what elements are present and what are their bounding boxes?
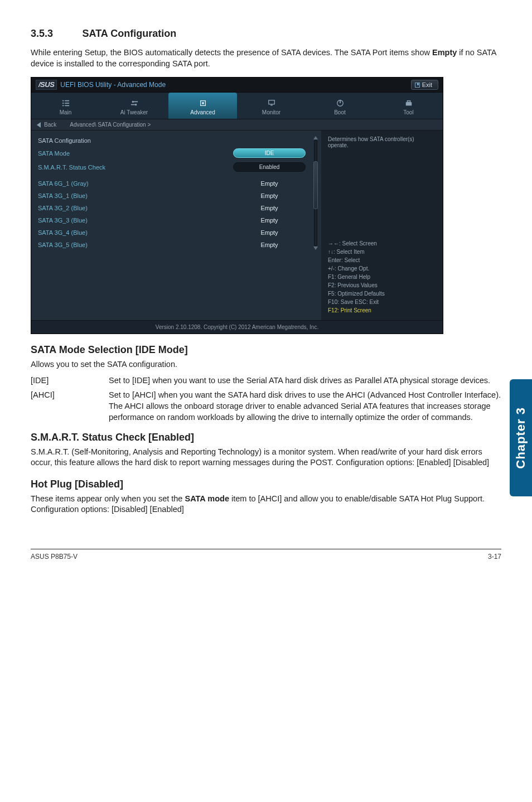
option-row: [AHCI] Set to [AHCI] when you want the S… [31,389,501,423]
tab-label: Monitor [262,109,280,115]
scroll-down-icon[interactable] [313,247,318,250]
smart-desc: S.M.A.R.T. (Self-Monitoring, Analysis an… [31,447,501,468]
tab-advanced[interactable]: Advanced [168,93,237,119]
bios-footer: Version 2.10.1208. Copyright (C) 2012 Am… [31,320,443,334]
port-value: Empty [233,192,306,199]
tab-monitor[interactable]: Monitor [237,93,306,119]
page-footer: ASUS P8B75-V 3-17 [31,549,501,561]
heading-sata-mode: SATA Mode Selection [IDE Mode] [31,344,501,356]
help-key: F5: Optimized Defaults [328,289,436,298]
section-title: SATA Configuration [83,28,177,39]
port-value: Empty [233,205,306,211]
bios-help-panel: Determines how SATA controller(s) operat… [321,131,443,320]
panel-header: SATA Configuration [38,135,306,146]
power-icon [306,99,374,107]
scroll-thumb[interactable] [313,161,318,209]
exit-button[interactable]: Exit [411,80,438,90]
chapter-side-label: Chapter 3 [514,407,528,468]
footer-left: ASUS P8B75-V [31,553,78,561]
help-key: F10: Save ESC: Exit [328,298,436,306]
panel-header-label: SATA Configuration [38,137,91,144]
port-label: SATA 3G_5 (Blue) [38,241,88,248]
chapter-side-tab: Chapter 3 [510,379,532,496]
option-row: [IDE] Set to [IDE] when you want to use … [31,375,501,386]
port-value: Empty [233,217,306,224]
monitor-icon [237,99,306,107]
option-key: [IDE] [31,375,109,386]
svg-rect-12 [268,100,274,104]
smart-label: S.M.A.R.T. Status Check [38,164,105,171]
section-number: 3.5.3 [31,28,53,39]
tab-main[interactable]: Main [31,93,100,119]
tab-label: Main [60,109,72,115]
tab-tool[interactable]: Tool [374,93,443,119]
sata-port-row: SATA 3G_5 (Blue) Empty [38,239,306,251]
hotplug-desc-bold: SATA mode [185,494,229,503]
svg-rect-1 [65,100,69,102]
option-text: Set to [IDE] when you want to use the Se… [109,375,501,386]
svg-rect-4 [62,105,64,107]
tab-boot[interactable]: Boot [306,93,374,119]
tab-label: Ai Tweaker [120,109,148,115]
svg-rect-16 [405,102,412,105]
tab-label: Tool [403,109,413,115]
help-key: →←: Select Screen [328,239,436,248]
sata-mode-options: [IDE] Set to [IDE] when you want to use … [31,375,501,423]
row-sata-mode[interactable]: SATA Mode IDE [38,146,306,160]
sata-port-row: SATA 6G_1 (Gray) Empty [38,177,306,190]
bios-left-panel: SATA Configuration SATA Mode IDE S.M.A.R… [31,131,321,320]
hotplug-desc-pre: These items appear only when you set the [31,494,185,503]
bios-screenshot: /SUS UEFI BIOS Utility - Advanced Mode E… [31,77,443,334]
port-label: SATA 3G_2 (Blue) [38,205,88,211]
svg-rect-5 [65,105,69,107]
svg-point-8 [134,104,137,106]
help-key: F2: Previous Values [328,281,436,289]
sliders-icon [100,99,168,107]
svg-rect-7 [134,102,138,103]
section-heading: 3.5.3 SATA Configuration [31,28,501,40]
footer-right: 3-17 [488,553,501,561]
help-key: F12: Print Screen [328,306,436,315]
port-label: SATA 3G_1 (Blue) [38,192,88,199]
bios-title-text: UEFI BIOS Utility - Advanced Mode [60,81,166,89]
svg-rect-15 [340,100,341,103]
help-key: F1: General Help [328,273,436,281]
port-value: Empty [233,229,306,236]
port-value: Empty [233,241,306,248]
sata-mode-label: SATA Mode [38,150,70,157]
hotplug-desc: These items appear only when you set the… [31,494,501,515]
bios-body: SATA Configuration SATA Mode IDE S.M.A.R… [31,131,443,320]
back-label[interactable]: Back [44,122,56,128]
sata-mode-value[interactable]: IDE [233,148,306,158]
sata-port-row: SATA 3G_1 (Blue) Empty [38,190,306,202]
port-label: SATA 6G_1 (Gray) [38,180,89,187]
bios-tab-bar: Main Ai Tweaker Advanced Monitor Boot To… [31,93,443,119]
smart-value[interactable]: Enabled [233,162,306,172]
breadcrumb: Advanced\ SATA Configuration > [70,122,151,128]
svg-rect-13 [270,105,273,106]
bios-breadcrumb-row: Back Advanced\ SATA Configuration > [31,119,443,131]
tab-ai-tweaker[interactable]: Ai Tweaker [100,93,168,119]
svg-rect-11 [202,102,204,104]
svg-rect-2 [62,103,64,104]
sata-port-row: SATA 3G_4 (Blue) Empty [38,226,306,239]
bios-titlebar-left: /SUS UEFI BIOS Utility - Advanced Mode [36,80,166,90]
help-description: Determines how SATA controller(s) operat… [328,136,436,148]
toolbox-icon [374,99,443,107]
sata-port-row: SATA 3G_2 (Blue) Empty [38,202,306,214]
help-key: +/-: Change Opt. [328,264,436,273]
exit-icon [415,83,420,88]
sata-ports: SATA 6G_1 (Gray) Empty SATA 3G_1 (Blue) … [38,177,306,251]
tab-label: Advanced [190,109,215,115]
bios-logo: /SUS [36,80,57,90]
svg-point-6 [132,101,134,103]
scrollbar[interactable] [312,136,319,250]
back-arrow-icon[interactable] [37,122,41,128]
scroll-up-icon[interactable] [313,136,318,139]
intro-paragraph: While entering Setup, the BIOS automatic… [31,47,501,69]
option-text: Set to [AHCI] when you want the SATA har… [109,389,501,423]
svg-rect-0 [62,100,64,102]
option-key: [AHCI] [31,389,109,423]
row-smart-status[interactable]: S.M.A.R.T. Status Check Enabled [38,160,306,174]
help-key-list: →←: Select Screen ↑↓: Select Item Enter:… [328,239,436,315]
